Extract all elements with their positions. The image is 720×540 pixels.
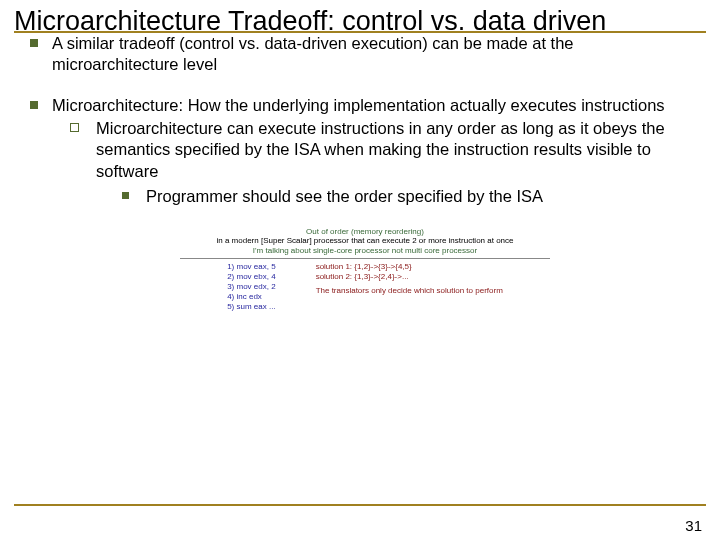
annotation-col-left: 1) mov eax, 5 2) mov ebx, 4 3) mov edx, …	[227, 262, 275, 312]
ann-left-3: 3) mov edx, 2	[227, 282, 275, 292]
annotation-columns: 1) mov eax, 5 2) mov ebx, 4 3) mov edx, …	[180, 262, 550, 312]
bullet-list: A similar tradeoff (control vs. data-dri…	[30, 33, 700, 207]
ann-right-3: The translators only decide which soluti…	[316, 286, 503, 296]
annotation-line1: Out of order (memory reordering)	[180, 227, 550, 237]
bullet-2-1-text: Microarchitecture can execute instructio…	[96, 119, 665, 179]
bullet-1-text: A similar tradeoff (control vs. data-dri…	[52, 34, 574, 73]
annotation-line3: I'm talking about single-core processor …	[180, 246, 550, 256]
annotation-rule	[180, 258, 550, 259]
page-number: 31	[685, 517, 702, 534]
bullet-2-text: Microarchitecture: How the underlying im…	[52, 96, 665, 114]
bullet-2-1: Microarchitecture can execute instructio…	[70, 118, 700, 206]
bullet-2-sublist: Microarchitecture can execute instructio…	[52, 118, 700, 206]
annotation: Out of order (memory reordering) in a mo…	[180, 227, 550, 312]
annotation-col-right: solution 1: {1,2}->{3}->{4,5} solution 2…	[316, 262, 503, 312]
annotation-top: Out of order (memory reordering) in a mo…	[180, 227, 550, 256]
bullet-2-1-sublist: Programmer should see the order specifie…	[96, 186, 700, 207]
annotation-line2: in a modern [Super Scalar] processor tha…	[180, 236, 550, 246]
ann-right-2: solution 2: {1,3}->{2,4}->...	[316, 272, 503, 282]
slide: Microarchitecture Tradeoff: control vs. …	[0, 0, 720, 540]
ann-left-4: 4) inc edx	[227, 292, 275, 302]
ann-left-5: 5) sum eax ...	[227, 302, 275, 312]
bullet-2-1-1: Programmer should see the order specifie…	[122, 186, 700, 207]
footer-rule	[14, 504, 706, 506]
ann-left-2: 2) mov ebx, 4	[227, 272, 275, 282]
bullet-2-1-1-text: Programmer should see the order specifie…	[146, 187, 543, 205]
bullet-1: A similar tradeoff (control vs. data-dri…	[30, 33, 700, 75]
bullet-2: Microarchitecture: How the underlying im…	[30, 95, 700, 207]
ann-right-1: solution 1: {1,2}->{3}->{4,5}	[316, 262, 503, 272]
slide-body: A similar tradeoff (control vs. data-dri…	[0, 33, 720, 312]
ann-left-1: 1) mov eax, 5	[227, 262, 275, 272]
